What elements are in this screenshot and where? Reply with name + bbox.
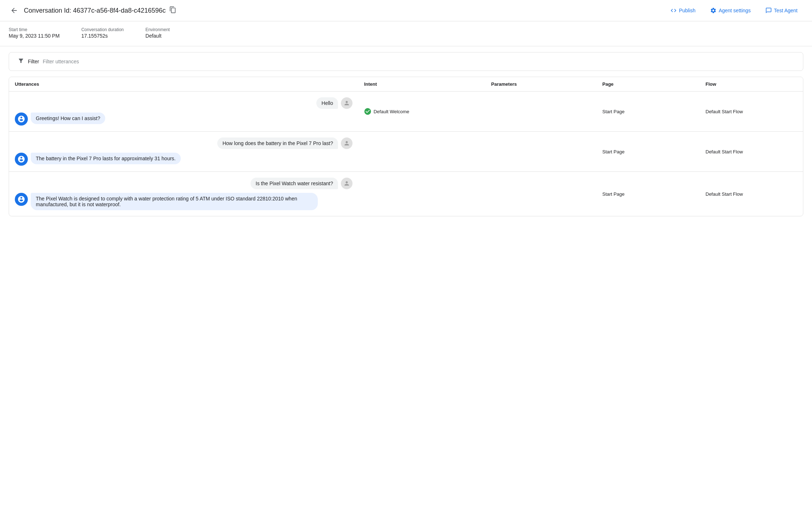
filter-label: Filter (28, 59, 39, 64)
col-header-utterances: Utterances (9, 77, 358, 92)
agent-bubble: Greetings! How can I assist? (31, 113, 105, 124)
intent-content: Default Welcome (364, 108, 479, 115)
col-header-intent: Intent (358, 77, 485, 92)
flow-cell: Default Start Flow (700, 92, 803, 132)
flow-value: Default Start Flow (706, 191, 743, 197)
user-message: How long does the battery in the Pixel 7… (15, 137, 352, 149)
chat-container: How long does the battery in the Pixel 7… (15, 137, 352, 166)
start-time-value: May 9, 2023 11:50 PM (9, 33, 60, 39)
user-message: Is the Pixel Watch water resistant? (15, 178, 352, 189)
metadata-section: Start time May 9, 2023 11:50 PM Conversa… (0, 21, 812, 46)
page-value: Start Page (602, 109, 624, 114)
agent-bubble: The battery in the Pixel 7 Pro lasts for… (31, 153, 181, 164)
parameters-cell (486, 92, 597, 132)
table-header: Utterances Intent Parameters Page Flow (9, 77, 803, 92)
user-bubble: Is the Pixel Watch water resistant? (251, 178, 338, 189)
user-avatar (341, 97, 352, 109)
start-time-item: Start time May 9, 2023 11:50 PM (9, 27, 60, 39)
intent-cell: Default Welcome (358, 92, 485, 132)
utterances-cell: Hello Greetings! How can I assist? (9, 92, 358, 132)
utterances-cell: Is the Pixel Watch water resistant? The … (9, 172, 358, 216)
flow-cell: Default Start Flow (700, 172, 803, 216)
page-value: Start Page (602, 191, 624, 197)
intent-label: Default Welcome (373, 109, 409, 114)
filter-icon (18, 58, 24, 65)
agent-avatar (15, 153, 28, 166)
svg-point-0 (364, 108, 371, 115)
table-row: Hello Greetings! How can I assist? (9, 92, 803, 132)
agent-avatar (15, 193, 28, 206)
environment-value: Default (145, 33, 170, 39)
user-bubble: Hello (316, 97, 338, 109)
col-header-flow: Flow (700, 77, 803, 92)
user-avatar (341, 137, 352, 149)
filter-bar[interactable]: Filter Filter utterances (9, 52, 803, 71)
agent-message: The Pixel Watch is designed to comply wi… (15, 193, 352, 210)
chat-container: Is the Pixel Watch water resistant? The … (15, 178, 352, 210)
intent-cell (358, 172, 485, 216)
duration-value: 17.155752s (81, 33, 124, 39)
page-cell: Start Page (597, 172, 700, 216)
agent-bubble: The Pixel Watch is designed to comply wi… (31, 193, 318, 210)
flow-cell: Default Start Flow (700, 132, 803, 172)
test-agent-button[interactable]: Test Agent (760, 4, 803, 17)
page-value: Start Page (602, 149, 624, 154)
page-cell: Start Page (597, 92, 700, 132)
duration-label: Conversation duration (81, 27, 124, 32)
conversation-table: Utterances Intent Parameters Page Flow H… (9, 77, 803, 216)
duration-item: Conversation duration 17.155752s (81, 27, 124, 39)
agent-message: The battery in the Pixel 7 Pro lasts for… (15, 153, 352, 166)
copy-icon[interactable] (169, 6, 176, 15)
verified-intent-icon (364, 108, 371, 115)
conversation-title: Conversation Id: 46377c-a56-8f4-da8-c421… (24, 6, 660, 15)
table-row: How long does the battery in the Pixel 7… (9, 132, 803, 172)
agent-settings-button[interactable]: Agent settings (704, 4, 757, 17)
environment-label: Environment (145, 27, 170, 32)
filter-placeholder: Filter utterances (43, 59, 79, 64)
header: Conversation Id: 46377c-a56-8f4-da8-c421… (0, 0, 812, 21)
user-message: Hello (15, 97, 352, 109)
user-avatar (341, 178, 352, 189)
environment-item: Environment Default (145, 27, 170, 39)
back-button[interactable] (9, 5, 20, 16)
utterances-cell: How long does the battery in the Pixel 7… (9, 132, 358, 172)
col-header-parameters: Parameters (486, 77, 597, 92)
flow-value: Default Start Flow (706, 149, 743, 154)
parameters-cell (486, 172, 597, 216)
col-header-page: Page (597, 77, 700, 92)
flow-value: Default Start Flow (706, 109, 743, 114)
table-row: Is the Pixel Watch water resistant? The … (9, 172, 803, 216)
publish-button[interactable]: Publish (664, 4, 701, 17)
chat-container: Hello Greetings! How can I assist? (15, 97, 352, 126)
parameters-cell (486, 132, 597, 172)
user-bubble: How long does the battery in the Pixel 7… (217, 137, 338, 149)
start-time-label: Start time (9, 27, 60, 32)
agent-avatar (15, 113, 28, 126)
header-actions: Publish Agent settings Test Agent (664, 4, 803, 17)
page-cell: Start Page (597, 132, 700, 172)
agent-message: Greetings! How can I assist? (15, 113, 352, 126)
intent-cell (358, 132, 485, 172)
